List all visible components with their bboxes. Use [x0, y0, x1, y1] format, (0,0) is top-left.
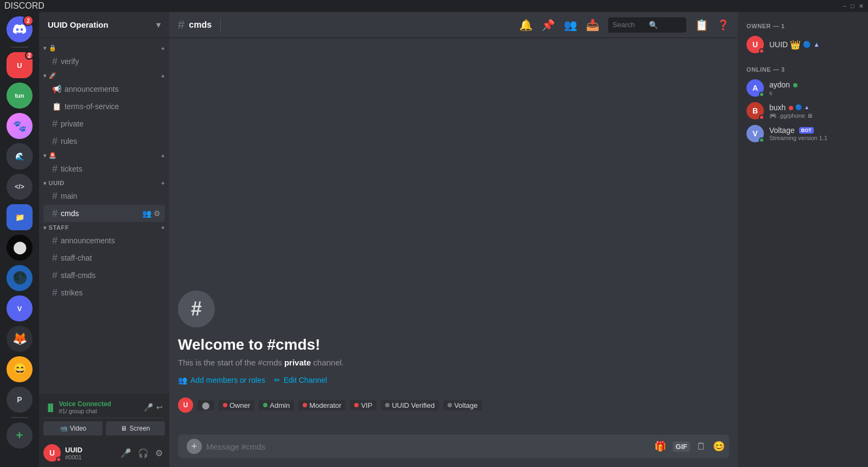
message-input[interactable]	[206, 442, 650, 451]
gif-button[interactable]: GIF	[673, 441, 690, 452]
notification-bell-icon[interactable]: 🔔	[519, 18, 533, 31]
sticker-icon[interactable]: 🗒	[697, 441, 706, 452]
member-voltage[interactable]: V Voltage BOT Streaming version 1.1	[742, 123, 864, 144]
role-tag-bullet[interactable]: ⬤	[197, 400, 214, 411]
settings-icon[interactable]: ⚙	[154, 209, 161, 218]
server-icon-s12[interactable]: P	[7, 387, 33, 413]
channel-verify[interactable]: # verify	[43, 53, 165, 70]
welcome-desc-end: channel.	[311, 358, 344, 367]
pin-icon[interactable]: 📌	[541, 18, 555, 31]
inbox-icon-2[interactable]: 📋	[695, 18, 709, 31]
add-members-icon: 👥	[178, 376, 187, 384]
close-button[interactable]: ✕	[859, 3, 864, 10]
channel-cmds[interactable]: # cmds 👥 ⚙	[43, 205, 165, 222]
gift-icon[interactable]: 🎁	[654, 440, 666, 452]
server-name-bar[interactable]: UUID Operation ▾	[39, 12, 169, 38]
server-icon-s4[interactable]: 🌊	[7, 143, 33, 169]
channel-terms[interactable]: 📋 terms-of-service	[43, 98, 165, 115]
server-name-chevron[interactable]: ▾	[156, 20, 161, 30]
user-bar: U UUID #0001 🎤 🎧 ⚙	[39, 439, 169, 467]
voice-disconnect-icon[interactable]: ↩	[156, 403, 163, 412]
role-dot-admin	[263, 403, 267, 407]
server-icon-discord[interactable]	[7, 16, 33, 42]
voice-mute-icon[interactable]: 🎤	[144, 403, 153, 412]
user-settings-button[interactable]: ⚙	[153, 446, 165, 460]
server-icon-s5[interactable]: </>	[7, 174, 33, 200]
server-icon-s10[interactable]: 🦊	[7, 326, 33, 352]
add-members-label: Add members or roles	[190, 376, 265, 384]
server-icon-s11[interactable]: 😄	[7, 356, 33, 382]
role-tag-moderator[interactable]: Moderator	[298, 400, 346, 411]
edit-channel-label: Edit Channel	[284, 376, 327, 384]
video-button[interactable]: 📹 Video	[43, 421, 103, 436]
member-uuid[interactable]: U UUID 👑 🔵 ▲	[742, 34, 864, 55]
server-icon-uuid-operation[interactable]: U 2	[7, 52, 33, 78]
voice-label: Voice Connected	[59, 400, 111, 408]
members-section-owner: OWNER — 1	[742, 21, 864, 31]
channel-staff-cmds[interactable]: # staff-cmds	[43, 267, 165, 284]
category-rocket[interactable]: ▾ 🚀 +	[39, 70, 169, 80]
role-tag-uuid-verified[interactable]: UUID Verified	[381, 400, 439, 411]
add-members-icon[interactable]: 👥	[142, 209, 151, 218]
server-icon-s9[interactable]: V	[7, 295, 33, 321]
screen-button[interactable]: 🖥 Screen	[106, 421, 165, 436]
crown-badge: 👑	[790, 40, 801, 50]
member-avatar-buxh: B	[746, 102, 764, 119]
category-add-rocket[interactable]: +	[161, 73, 165, 79]
server-icon-s7[interactable]: ⬤	[7, 235, 33, 261]
user-avatar[interactable]: U	[43, 444, 61, 462]
voice-bar: ▐▌ Voice Connected #1/ group chat 🎤 ↩ 📹 …	[39, 394, 169, 439]
channel-products[interactable]: # private	[43, 115, 165, 132]
channel-name: rules	[61, 137, 77, 146]
channel-announcements[interactable]: 📢 announcements	[43, 80, 165, 98]
member-aydon[interactable]: A aydon s	[742, 77, 864, 99]
category-add-uuid[interactable]: +	[161, 180, 165, 186]
rules-icon: 📋	[52, 102, 61, 111]
category-lock[interactable]: ▾ 🔒 +	[39, 42, 169, 53]
minimize-button[interactable]: −	[843, 3, 846, 10]
add-members-button[interactable]: 👥 Add members or roles	[178, 376, 265, 384]
category-add-alert[interactable]: +	[161, 153, 165, 159]
headset-button[interactable]: 🎧	[136, 446, 151, 460]
role-tag-owner[interactable]: Owner	[219, 400, 254, 411]
category-uuid[interactable]: ▾ UUID +	[39, 178, 169, 187]
search-icon: 🔍	[649, 21, 682, 29]
channel-name: announcements	[61, 236, 115, 245]
message-input-box: + 🎁 GIF 🗒 😊	[178, 434, 729, 458]
search-box[interactable]: Search 🔍	[608, 17, 686, 33]
channel-hash-icon: #	[52, 208, 58, 219]
category-add-lock[interactable]: +	[161, 45, 165, 52]
server-icon-s8[interactable]: 🌑	[7, 265, 33, 291]
channel-strikes[interactable]: # strikes	[43, 284, 165, 301]
server-icon-s3[interactable]: 🐾	[7, 113, 33, 139]
channel-staff-announcements[interactable]: # announcements	[43, 232, 165, 249]
attach-file-button[interactable]: +	[187, 439, 202, 454]
server-icon-tun[interactable]: tun	[7, 83, 33, 109]
category-name-uuid: UUID	[49, 180, 65, 186]
edit-channel-button[interactable]: ✏ Edit Channel	[274, 376, 327, 384]
server-icon-s6[interactable]: 📁	[7, 204, 33, 230]
channel-rules[interactable]: # rules	[43, 132, 165, 150]
category-add-staff[interactable]: +	[161, 224, 165, 231]
members-list-icon[interactable]: 👥	[564, 18, 577, 31]
channel-main[interactable]: # main	[43, 187, 165, 205]
emoji-icon[interactable]: 😊	[713, 440, 725, 452]
restore-button[interactable]: □	[851, 3, 854, 10]
inbox-icon[interactable]: 📥	[586, 18, 599, 31]
role-tag-voltage[interactable]: Voltage	[443, 400, 482, 411]
microphone-button[interactable]: 🎤	[118, 446, 133, 460]
add-server-button[interactable]: +	[7, 422, 33, 449]
channel-name: strikes	[61, 288, 82, 297]
channel-tickets[interactable]: # tickets	[43, 160, 165, 178]
role-tag-vip[interactable]: VIP	[350, 400, 376, 411]
user-discriminator: #0001	[65, 454, 114, 460]
category-alert[interactable]: ▾ 🚨 +	[39, 150, 169, 160]
server-divider	[11, 47, 28, 48]
channel-staff-chat[interactable]: # staff-chat	[43, 249, 165, 267]
member-buxh[interactable]: B buxh 🔵 ▲ 🎮 .gg/phone 🖥	[742, 100, 864, 122]
role-tag-admin[interactable]: Admin	[259, 400, 294, 411]
help-icon[interactable]: ❓	[717, 19, 729, 31]
category-staff[interactable]: ▾ STAFF +	[39, 222, 169, 232]
online-badge: 🔵	[803, 41, 811, 48]
member-info-buxh: buxh 🔵 ▲ 🎮 .gg/phone 🖥	[769, 103, 859, 119]
